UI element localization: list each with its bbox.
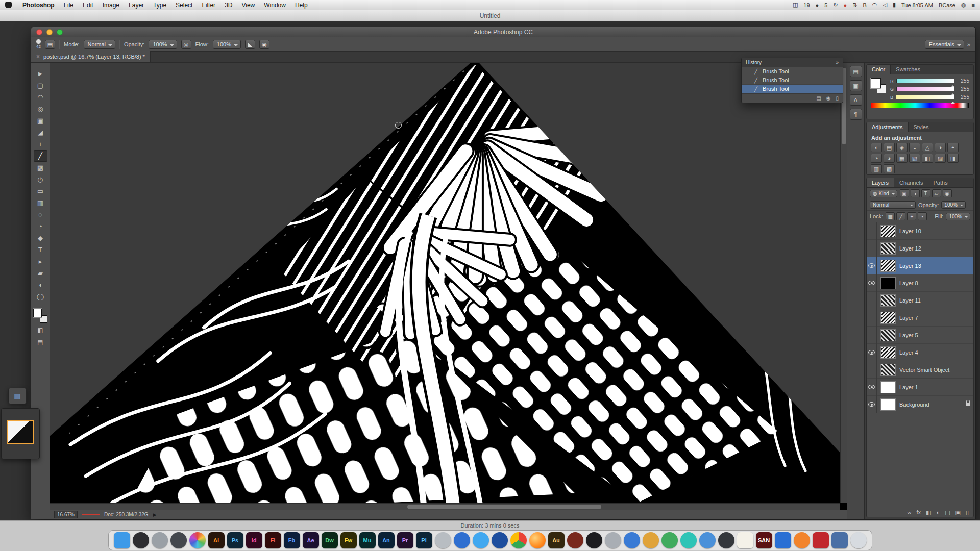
selective-color-icon[interactable]: ▥ [871,164,882,173]
visibility-toggle[interactable] [867,274,877,292]
app-orange[interactable] [794,532,810,548]
color-balance-icon[interactable]: ◓ [947,143,959,152]
visibility-toggle[interactable] [867,240,877,257]
prelude[interactable]: Pl [416,532,432,548]
channel-value[interactable]: 255 [957,86,969,92]
premiere[interactable]: Pr [397,532,413,548]
channel-mixer-icon[interactable]: ▦ [896,154,908,163]
horizontal-scrollbar[interactable] [50,503,840,510]
app-silver-2[interactable] [435,532,451,548]
pressure-opacity-icon[interactable]: ◎ [181,40,191,49]
notes[interactable] [737,532,753,548]
app-silver-1[interactable] [152,532,168,548]
layer-thumbnail[interactable] [880,294,896,307]
photoshop[interactable]: Ps [227,532,243,548]
layer-opacity-dropdown[interactable]: 100% [941,201,966,209]
record-icon[interactable]: ● [844,2,847,8]
panel-tab[interactable]: Styles [909,122,934,132]
menu-item[interactable]: Edit [78,2,98,9]
history-source-checkbox[interactable] [742,76,749,85]
adjustment-layer-icon[interactable]: ◐ [936,507,940,517]
app-rainbow[interactable] [189,532,206,548]
layer-effects-icon[interactable]: fx [917,507,921,517]
document-tab[interactable]: × poster.psd @ 16.7% (Layer 13, RGB/8) * [31,51,151,62]
app-blue-4[interactable] [699,532,716,548]
fireworks[interactable]: Fw [340,532,357,548]
toggle-brush-panel-icon[interactable]: ▤ [45,40,55,49]
input-menu-icon[interactable]: ◫ [793,2,798,8]
user-menu[interactable]: BCase [939,2,955,8]
dreamweaver[interactable]: Dw [322,532,338,548]
layer-row[interactable]: Layer 5 [867,327,973,344]
vibrance-icon[interactable]: △ [922,143,933,152]
menu-item[interactable]: Image [98,2,124,9]
menu-item[interactable]: Layer [124,2,149,9]
history-brush-tool[interactable]: ◷ [34,173,47,185]
menubar-clock[interactable]: Tue 8:05 AM [901,2,933,8]
history-state[interactable]: ╱ Brush Tool [742,85,843,93]
layer-row[interactable]: Layer 7 [867,309,973,327]
levels-icon[interactable]: ▤ [884,143,895,152]
layer-group-icon[interactable]: ▢ [945,507,950,517]
panel-tab[interactable]: Paths [928,178,953,187]
filter-adjustment-icon[interactable]: ◑ [911,189,920,197]
volume-icon[interactable]: ◁ [883,2,887,8]
eyedropper-tool[interactable]: ◢ [34,127,47,138]
layer-thumbnail[interactable] [880,346,896,359]
layer-row[interactable]: Layer 12 [867,240,973,257]
color-lookup-icon[interactable]: ▧ [909,154,920,163]
status-dot-icon[interactable]: ● [816,2,819,8]
indesign[interactable]: Id [246,532,262,548]
hand-tool[interactable]: ◖ [34,279,47,291]
safari[interactable] [473,532,489,548]
document-thumbnail[interactable] [7,420,34,444]
airbrush-icon[interactable]: ◣ [245,40,255,49]
chrome[interactable] [510,532,527,548]
healing-brush-tool[interactable]: + [34,138,47,150]
menu-item[interactable]: Window [259,2,290,9]
filter-type-icon[interactable]: T [921,189,930,197]
window-titlebar[interactable]: Adobe Photoshop CC [31,27,975,37]
zoom-button[interactable] [57,29,63,35]
posterize-icon[interactable]: ▨ [935,154,946,163]
minimize-button[interactable] [46,29,53,35]
shape-tool[interactable]: ▰ [34,267,47,279]
battery-icon[interactable]: ▮ [893,2,896,8]
panel-tab[interactable]: Adjustments [867,122,909,132]
panel-tab[interactable]: Swatches [891,65,925,74]
layer-row[interactable]: Layer 4 [867,344,973,361]
app-teal[interactable] [680,532,697,548]
filter-pixel-icon[interactable]: ▣ [900,189,909,197]
brush-presets-icon[interactable]: ▤ [850,66,862,77]
pen-tool[interactable]: ◆ [34,232,47,244]
app-silver-3[interactable] [605,532,621,548]
clone-stamp-tool[interactable]: ▩ [34,162,47,173]
panel-tab[interactable]: Channels [894,178,928,187]
clone-source-icon[interactable]: ▣ [850,80,862,91]
visibility-toggle[interactable] [867,396,877,413]
delete-layer-icon[interactable]: ▯ [966,507,969,517]
finder[interactable] [114,532,130,548]
spotlight-icon[interactable]: ◍ [961,2,966,8]
type-tool[interactable]: T [34,244,47,256]
black-white-icon[interactable]: ◔ [871,154,882,163]
crop-preview-button[interactable]: ▦ [8,388,27,404]
layer-row[interactable]: Layer 8 [867,274,973,292]
history-menu-icon[interactable]: » [836,60,839,65]
channel-value[interactable]: 255 [957,78,969,84]
after-effects[interactable]: Ae [303,532,319,548]
app-maroon[interactable] [567,532,583,548]
workspace-chevrons-icon[interactable]: » [967,41,970,47]
workspace-switcher[interactable]: Essentials [925,40,964,49]
layer-fill-dropdown[interactable]: 100% [946,213,970,220]
lock-all-icon[interactable]: ▪ [918,212,927,220]
layer-row[interactable]: Layer 1 [867,379,973,396]
downloads-folder[interactable] [831,532,848,548]
layer-thumbnail[interactable] [880,398,896,411]
foreground-color-well[interactable] [871,78,881,88]
canvas[interactable] [50,63,847,510]
layer-thumbnail[interactable] [880,381,896,393]
updown-icon[interactable]: ⇅ [852,2,857,8]
app-blue-5[interactable] [775,532,791,548]
brightness-contrast-icon[interactable]: ◐ [871,143,882,152]
